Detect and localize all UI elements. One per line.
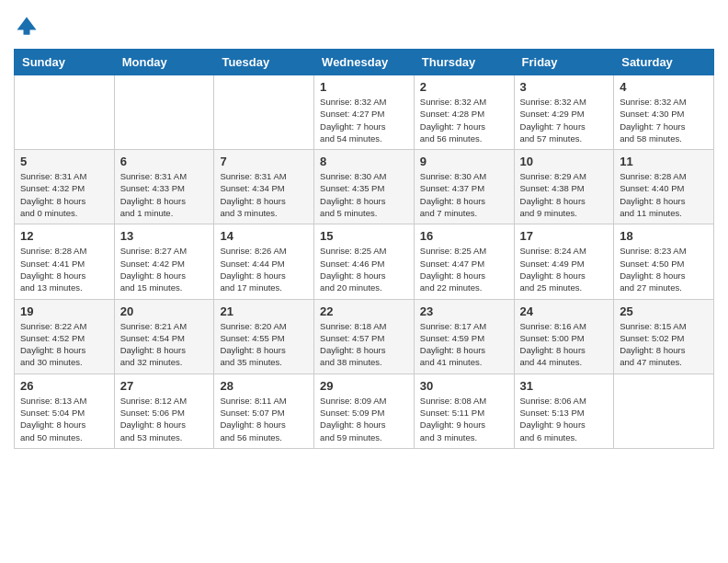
- day-number: 11: [620, 155, 708, 168]
- week-row-5: 26Sunrise: 8:13 AM Sunset: 5:04 PM Dayli…: [15, 373, 714, 448]
- day-number: 7: [220, 155, 308, 168]
- day-number: 2: [420, 80, 508, 94]
- day-cell: 11Sunrise: 8:28 AM Sunset: 4:40 PM Dayli…: [614, 150, 714, 224]
- day-info: Sunrise: 8:23 AM Sunset: 4:50 PM Dayligh…: [620, 245, 708, 293]
- day-cell: 28Sunrise: 8:11 AM Sunset: 5:07 PM Dayli…: [214, 373, 314, 448]
- day-cell: 10Sunrise: 8:29 AM Sunset: 4:38 PM Dayli…: [514, 150, 614, 224]
- day-number: 29: [320, 379, 408, 393]
- day-info: Sunrise: 8:32 AM Sunset: 4:28 PM Dayligh…: [420, 96, 508, 144]
- day-info: Sunrise: 8:25 AM Sunset: 4:46 PM Dayligh…: [320, 245, 408, 293]
- day-info: Sunrise: 8:17 AM Sunset: 4:59 PM Dayligh…: [420, 320, 508, 369]
- day-info: Sunrise: 8:16 AM Sunset: 5:00 PM Dayligh…: [520, 320, 609, 369]
- day-number: 27: [120, 379, 209, 393]
- day-number: 18: [620, 229, 708, 243]
- day-number: 30: [420, 379, 508, 393]
- day-number: 10: [520, 155, 609, 168]
- day-cell: 30Sunrise: 8:08 AM Sunset: 5:11 PM Dayli…: [414, 373, 514, 448]
- day-info: Sunrise: 8:27 AM Sunset: 4:42 PM Dayligh…: [120, 245, 209, 293]
- day-header-monday: Monday: [114, 50, 214, 75]
- day-cell: 21Sunrise: 8:20 AM Sunset: 4:55 PM Dayli…: [214, 299, 314, 373]
- day-info: Sunrise: 8:26 AM Sunset: 4:44 PM Dayligh…: [220, 245, 308, 293]
- day-number: 3: [520, 80, 609, 94]
- day-cell: 13Sunrise: 8:27 AM Sunset: 4:42 PM Dayli…: [114, 224, 214, 299]
- day-cell: 17Sunrise: 8:24 AM Sunset: 4:49 PM Dayli…: [514, 224, 614, 299]
- day-info: Sunrise: 8:15 AM Sunset: 5:02 PM Dayligh…: [620, 320, 708, 369]
- days-header-row: SundayMondayTuesdayWednesdayThursdayFrid…: [15, 50, 714, 75]
- day-cell: 1Sunrise: 8:32 AM Sunset: 4:27 PM Daylig…: [314, 75, 415, 150]
- day-number: 4: [620, 80, 708, 94]
- day-cell: 12Sunrise: 8:28 AM Sunset: 4:41 PM Dayli…: [15, 224, 115, 299]
- svg-rect-1: [24, 29, 30, 35]
- day-cell: 3Sunrise: 8:32 AM Sunset: 4:29 PM Daylig…: [514, 75, 614, 150]
- day-info: Sunrise: 8:31 AM Sunset: 4:32 PM Dayligh…: [20, 170, 108, 219]
- day-number: 13: [120, 229, 209, 243]
- day-info: Sunrise: 8:32 AM Sunset: 4:27 PM Dayligh…: [320, 96, 408, 144]
- day-header-saturday: Saturday: [614, 50, 714, 75]
- day-info: Sunrise: 8:25 AM Sunset: 4:47 PM Dayligh…: [420, 245, 508, 293]
- day-cell: 26Sunrise: 8:13 AM Sunset: 5:04 PM Dayli…: [15, 373, 115, 448]
- week-row-2: 5Sunrise: 8:31 AM Sunset: 4:32 PM Daylig…: [15, 150, 714, 224]
- day-info: Sunrise: 8:31 AM Sunset: 4:33 PM Dayligh…: [120, 170, 209, 219]
- week-row-4: 19Sunrise: 8:22 AM Sunset: 4:52 PM Dayli…: [15, 299, 714, 373]
- day-number: 26: [20, 379, 108, 393]
- day-cell: 14Sunrise: 8:26 AM Sunset: 4:44 PM Dayli…: [214, 224, 314, 299]
- day-info: Sunrise: 8:29 AM Sunset: 4:38 PM Dayligh…: [520, 170, 609, 219]
- day-info: Sunrise: 8:13 AM Sunset: 5:04 PM Dayligh…: [20, 395, 108, 443]
- day-info: Sunrise: 8:18 AM Sunset: 4:57 PM Dayligh…: [320, 320, 408, 369]
- day-number: 1: [320, 80, 408, 94]
- day-cell: 24Sunrise: 8:16 AM Sunset: 5:00 PM Dayli…: [514, 299, 614, 373]
- day-cell: 16Sunrise: 8:25 AM Sunset: 4:47 PM Dayli…: [414, 224, 514, 299]
- day-number: 16: [420, 229, 508, 243]
- day-info: Sunrise: 8:06 AM Sunset: 5:13 PM Dayligh…: [520, 395, 609, 443]
- day-info: Sunrise: 8:09 AM Sunset: 5:09 PM Dayligh…: [320, 395, 408, 443]
- day-cell: 27Sunrise: 8:12 AM Sunset: 5:06 PM Dayli…: [114, 373, 214, 448]
- page-header: [14, 14, 714, 40]
- day-cell: 22Sunrise: 8:18 AM Sunset: 4:57 PM Dayli…: [314, 299, 415, 373]
- day-number: 28: [220, 379, 308, 393]
- day-cell: 2Sunrise: 8:32 AM Sunset: 4:28 PM Daylig…: [414, 75, 514, 150]
- day-cell: 25Sunrise: 8:15 AM Sunset: 5:02 PM Dayli…: [614, 299, 714, 373]
- day-cell: 7Sunrise: 8:31 AM Sunset: 4:34 PM Daylig…: [214, 150, 314, 224]
- day-number: 12: [20, 229, 108, 243]
- day-info: Sunrise: 8:22 AM Sunset: 4:52 PM Dayligh…: [20, 320, 108, 369]
- day-cell: [114, 75, 214, 150]
- day-cell: 23Sunrise: 8:17 AM Sunset: 4:59 PM Dayli…: [414, 299, 514, 373]
- day-number: 9: [420, 155, 508, 168]
- day-cell: 18Sunrise: 8:23 AM Sunset: 4:50 PM Dayli…: [614, 224, 714, 299]
- day-info: Sunrise: 8:20 AM Sunset: 4:55 PM Dayligh…: [220, 320, 308, 369]
- day-header-wednesday: Wednesday: [314, 50, 415, 75]
- day-info: Sunrise: 8:08 AM Sunset: 5:11 PM Dayligh…: [420, 395, 508, 443]
- calendar-table: SundayMondayTuesdayWednesdayThursdayFrid…: [14, 49, 714, 449]
- day-info: Sunrise: 8:12 AM Sunset: 5:06 PM Dayligh…: [120, 395, 209, 443]
- day-number: 25: [620, 304, 708, 318]
- day-cell: 29Sunrise: 8:09 AM Sunset: 5:09 PM Dayli…: [314, 373, 415, 448]
- svg-marker-0: [17, 17, 37, 30]
- day-info: Sunrise: 8:21 AM Sunset: 4:54 PM Dayligh…: [120, 320, 209, 369]
- day-number: 24: [520, 304, 609, 318]
- day-info: Sunrise: 8:28 AM Sunset: 4:41 PM Dayligh…: [20, 245, 108, 293]
- day-number: 5: [20, 155, 108, 168]
- day-number: 17: [520, 229, 609, 243]
- day-info: Sunrise: 8:32 AM Sunset: 4:29 PM Dayligh…: [520, 96, 609, 144]
- day-cell: [15, 75, 115, 150]
- day-number: 31: [520, 379, 609, 393]
- day-info: Sunrise: 8:30 AM Sunset: 4:35 PM Dayligh…: [320, 170, 408, 219]
- logo-icon: [14, 14, 40, 40]
- day-header-thursday: Thursday: [414, 50, 514, 75]
- day-info: Sunrise: 8:11 AM Sunset: 5:07 PM Dayligh…: [220, 395, 308, 443]
- day-cell: 5Sunrise: 8:31 AM Sunset: 4:32 PM Daylig…: [15, 150, 115, 224]
- day-cell: [614, 373, 714, 448]
- day-cell: 19Sunrise: 8:22 AM Sunset: 4:52 PM Dayli…: [15, 299, 115, 373]
- day-cell: [214, 75, 314, 150]
- day-number: 6: [120, 155, 209, 168]
- day-header-sunday: Sunday: [15, 50, 115, 75]
- week-row-1: 1Sunrise: 8:32 AM Sunset: 4:27 PM Daylig…: [15, 75, 714, 150]
- day-number: 22: [320, 304, 408, 318]
- day-header-friday: Friday: [514, 50, 614, 75]
- day-number: 23: [420, 304, 508, 318]
- day-cell: 8Sunrise: 8:30 AM Sunset: 4:35 PM Daylig…: [314, 150, 415, 224]
- day-cell: 4Sunrise: 8:32 AM Sunset: 4:30 PM Daylig…: [614, 75, 714, 150]
- day-number: 20: [120, 304, 209, 318]
- day-number: 19: [20, 304, 108, 318]
- day-cell: 15Sunrise: 8:25 AM Sunset: 4:46 PM Dayli…: [314, 224, 415, 299]
